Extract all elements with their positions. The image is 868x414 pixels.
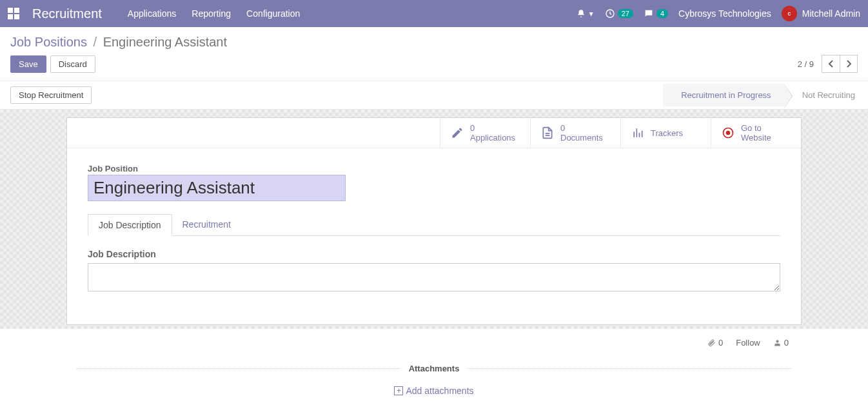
tab-job-description[interactable]: Job Description <box>88 214 172 236</box>
job-description-textarea[interactable] <box>88 263 780 291</box>
messages-badge: 4 <box>656 9 668 18</box>
attachment-count[interactable]: 0 <box>707 338 723 348</box>
globe-icon <box>722 126 735 139</box>
pager-display[interactable]: 2 / 9 <box>798 59 814 69</box>
follow-button[interactable]: Follow <box>736 338 760 348</box>
job-position-input[interactable] <box>88 175 346 201</box>
job-description-section-label: Job Description <box>88 249 780 259</box>
activity-badge: 27 <box>618 9 633 18</box>
discard-button[interactable]: Discard <box>50 55 95 73</box>
stage-in-progress[interactable]: Recruitment in Progress <box>663 84 784 106</box>
stat-applications-count: 0 <box>470 123 515 133</box>
document-icon <box>541 126 554 140</box>
app-brand[interactable]: Recruitment <box>32 6 102 21</box>
nav-reporting[interactable]: Reporting <box>192 8 231 19</box>
control-panel: Save Discard 2 / 9 <box>0 55 868 81</box>
pencil-icon <box>451 126 464 139</box>
stat-trackers[interactable]: Trackers <box>620 118 711 148</box>
nav-applications[interactable]: Applications <box>128 8 177 19</box>
stat-website-label2: Website <box>741 133 771 143</box>
tab-recruitment[interactable]: Recruitment <box>172 214 241 235</box>
user-avatar: C <box>782 6 797 21</box>
breadcrumb-root[interactable]: Job Positions <box>10 35 87 49</box>
bar-chart-icon <box>631 126 644 139</box>
pager-prev-button[interactable] <box>822 55 840 73</box>
stat-trackers-label: Trackers <box>651 128 683 138</box>
job-position-label: Job Position <box>88 164 780 173</box>
stat-button-box: 0 Applications 0 Documents Trackers <box>67 118 801 148</box>
stat-applications[interactable]: 0 Applications <box>440 118 530 148</box>
stat-website-label1: Go to <box>741 123 771 133</box>
user-name: Mitchell Admin <box>802 8 860 19</box>
chevron-left-icon <box>828 60 834 68</box>
paperclip-icon <box>707 339 716 347</box>
apps-menu-icon[interactable] <box>8 8 19 19</box>
plus-icon: + <box>394 386 403 395</box>
chat-icon <box>644 8 654 19</box>
user-menu[interactable]: C Mitchell Admin <box>782 6 860 21</box>
stat-applications-label: Applications <box>470 133 515 143</box>
add-attachments-link[interactable]: + Add attachments <box>394 386 473 396</box>
status-bar: Stop Recruitment Recruitment in Progress… <box>0 81 868 110</box>
stat-documents-count: 0 <box>560 123 603 133</box>
svg-point-4 <box>726 131 731 135</box>
nav-configuration[interactable]: Configuration <box>246 8 300 19</box>
pager-next-button[interactable] <box>840 55 858 73</box>
notifications-menu[interactable]: ▼ <box>577 9 595 18</box>
person-icon <box>773 339 782 347</box>
form-sheet: 0 Applications 0 Documents Trackers <box>66 117 802 325</box>
stat-documents[interactable]: 0 Documents <box>530 118 620 148</box>
breadcrumb-separator: / <box>94 35 97 49</box>
messages-menu[interactable]: 4 <box>644 8 668 19</box>
company-switcher[interactable]: Cybrosys Technologies <box>678 8 771 19</box>
breadcrumb: Job Positions / Engineering Assistant <box>0 27 868 55</box>
chatter: 0 Follow 0 Attachments + Add attachments <box>66 329 802 401</box>
main-navbar: Recruitment Applications Reporting Confi… <box>0 0 868 27</box>
chevron-right-icon <box>845 60 852 68</box>
stat-documents-label: Documents <box>560 133 603 143</box>
stage-not-recruiting[interactable]: Not Recruiting <box>784 84 868 106</box>
form-background: 0 Applications 0 Documents Trackers <box>0 110 868 329</box>
attachments-section-header: Attachments <box>77 357 791 380</box>
caret-down-icon: ▼ <box>588 10 595 17</box>
svg-text:C: C <box>787 12 791 16</box>
bell-icon <box>577 9 586 18</box>
stop-recruitment-button[interactable]: Stop Recruitment <box>10 86 92 104</box>
follower-count[interactable]: 0 <box>773 338 789 348</box>
form-tabs: Job Description Recruitment <box>88 214 780 236</box>
activities-menu[interactable]: 27 <box>605 8 633 19</box>
breadcrumb-current: Engineering Assistant <box>103 35 227 49</box>
save-button[interactable]: Save <box>10 55 46 73</box>
stat-website[interactable]: Go to Website <box>711 118 801 148</box>
clock-icon <box>605 8 615 19</box>
